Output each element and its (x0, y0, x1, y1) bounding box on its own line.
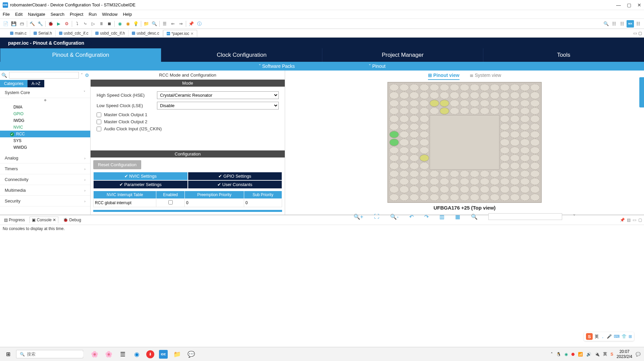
save-all-button[interactable]: 🗃 (18, 20, 25, 28)
task-view-icon[interactable]: ☰ (118, 350, 127, 359)
build-button[interactable]: 🔨 (29, 20, 36, 28)
ime-lang-label[interactable]: 英 (595, 334, 599, 340)
tab-usbd-cdc-if-c[interactable]: usbd_cdc_if.c (56, 30, 92, 37)
tab-usbd-cdc-if-h[interactable]: usbd_cdc_if.h (92, 30, 128, 37)
maximize-button[interactable]: ▢ (627, 2, 631, 8)
lse-select[interactable]: Disable (157, 102, 279, 109)
menu-navigate[interactable]: Navigate (28, 12, 45, 17)
tab-main-c[interactable]: main.c (7, 30, 30, 37)
item-sys[interactable]: SYS (0, 137, 90, 144)
close-tab-icon[interactable]: ✕ (191, 32, 194, 36)
taskbar-app-1[interactable]: 🌸 (90, 350, 99, 359)
item-gpio[interactable]: GPIO (0, 110, 90, 117)
perspective-other-icon[interactable]: ☷ (635, 20, 642, 28)
pinout-search-dropdown[interactable]: ˅ (573, 214, 576, 220)
ext-build-icon[interactable]: ◉ (124, 20, 131, 28)
maximize-editor-icon[interactable]: ▢ (638, 31, 642, 36)
nvic-enable-checkbox[interactable] (168, 200, 173, 205)
perspective-c-icon[interactable]: ☷ (610, 20, 618, 28)
tab-tools[interactable]: Tools (483, 48, 644, 62)
reset-config-button[interactable]: Reset Configuration (93, 160, 141, 169)
external-tool-icon[interactable]: ⚙ (63, 20, 70, 28)
run-icon[interactable]: ▶ (55, 20, 62, 28)
category-search-input[interactable] (9, 72, 79, 79)
pin-icon[interactable]: 📌 (187, 20, 195, 28)
rotate-right-icon[interactable]: ↷ (424, 214, 429, 220)
ime-keyboard-icon[interactable]: ⌨ (614, 334, 620, 339)
taskbar-clock[interactable]: 20:07 2023/2/4 (616, 349, 632, 359)
cfg-tab-gpio[interactable]: ✔ GPIO Settings (188, 172, 282, 180)
a-to-z-tab[interactable]: A->Z (28, 80, 44, 87)
item-iwdg[interactable]: IWDG (0, 117, 90, 124)
fit-icon[interactable]: ⛶ (374, 214, 379, 220)
minimize-button[interactable]: — (616, 2, 621, 8)
tray-volume-icon[interactable]: 🔊 (586, 352, 591, 357)
step-into-icon[interactable]: ⤷ (82, 20, 89, 28)
item-wwdg[interactable]: WWDG (0, 144, 90, 151)
cat-connectivity[interactable]: Connectivity› (0, 174, 90, 185)
tray-up-icon[interactable]: ˄ (551, 352, 553, 357)
menu-window[interactable]: Window (102, 12, 117, 17)
i2s-checkbox[interactable] (97, 127, 101, 131)
new-button[interactable]: 📄 (2, 20, 9, 28)
pinout-view-tab[interactable]: ⊞ Pinout view (428, 73, 460, 80)
chip-pinout[interactable] (387, 82, 542, 203)
ide-taskbar-icon[interactable]: IDE (159, 350, 168, 359)
pause-icon[interactable]: ⏸ (98, 20, 105, 28)
folder-icon[interactable]: 📁 (143, 20, 150, 28)
ime-mic-icon[interactable]: 🎤 (607, 334, 612, 339)
right-sash[interactable] (639, 77, 644, 107)
wechat-icon[interactable]: 💬 (186, 350, 196, 359)
tray-lang-icon[interactable]: 英 (603, 351, 607, 357)
ime-grid-icon[interactable]: ⊞ (629, 334, 632, 339)
ime-toolbar[interactable]: S 英 ， 🎤 ⌨ 👕 ⊞ (584, 332, 634, 341)
zoom-out-icon[interactable]: 🔍- (390, 214, 398, 220)
menu-run[interactable]: Run (89, 12, 97, 17)
edge-icon[interactable]: ◉ (132, 350, 142, 359)
cat-security[interactable]: Security› (0, 196, 90, 207)
item-nvic[interactable]: NVIC (0, 124, 90, 131)
pinout-search-input[interactable] (488, 213, 562, 220)
menu-search[interactable]: Search (51, 12, 64, 17)
ime-person-icon[interactable]: 👕 (622, 334, 627, 339)
close-window-button[interactable]: ✕ (637, 2, 641, 8)
restore-icon[interactable]: ▭ (633, 31, 637, 36)
layers-icon[interactable]: ▥ (439, 214, 444, 220)
cat-multimedia[interactable]: Multimedia› (0, 185, 90, 196)
tab-clock[interactable]: Clock Configuration (161, 48, 322, 62)
ime-comma-icon[interactable]: ， (601, 334, 605, 340)
tray-shield-icon[interactable]: ⬣ (571, 352, 575, 357)
nav-back-icon[interactable]: ⇐ (169, 20, 176, 28)
app-red-icon[interactable]: ⬇ (146, 350, 154, 358)
tray-sogou-icon[interactable]: S (610, 352, 613, 357)
resume-icon[interactable]: ▷ (90, 20, 97, 28)
save-button[interactable]: 💾 (10, 20, 17, 28)
cfg-tab-param[interactable]: ✔ Parameter Settings (93, 180, 188, 189)
perspective-mx-icon[interactable]: MX (627, 20, 634, 28)
scrollbar[interactable] (93, 210, 282, 212)
sogou-icon[interactable]: S (586, 333, 593, 340)
taskbar-search[interactable]: 🔍 (16, 350, 83, 358)
tab-pinout[interactable]: Pinout & Configuration (0, 48, 161, 62)
stop-icon[interactable]: ⏹ (106, 20, 113, 28)
menu-project[interactable]: Project (70, 12, 83, 17)
tray-wifi-icon[interactable]: 📶 (578, 352, 583, 357)
tab-project-manager[interactable]: Project Manager (322, 48, 483, 62)
cat-system-core[interactable]: System Core˅ (0, 87, 90, 98)
search-toolbar-icon[interactable]: 🔍 (151, 20, 158, 28)
hse-select[interactable]: Crystal/Ceramic Resonator (157, 91, 279, 99)
notifications-icon[interactable]: 💬 (636, 352, 641, 357)
cfg-tab-user[interactable]: ✔ User Constants (188, 180, 282, 189)
tray-qq-icon[interactable]: 🐧 (556, 352, 561, 357)
system-view-tab[interactable]: ≣ System view (470, 73, 501, 80)
debug-icon[interactable]: 🐞 (47, 20, 54, 28)
item-rcc[interactable]: RCC (0, 131, 90, 137)
nav-fwd-icon[interactable]: ⇒ (177, 20, 184, 28)
tab-usbd-desc-c[interactable]: usbd_desc.c (128, 30, 163, 37)
tab-paper-ioc[interactable]: MX*paper.ioc✕ (163, 30, 197, 37)
tool-button[interactable]: 🔧 (37, 20, 44, 28)
mco1-checkbox[interactable] (97, 112, 101, 117)
gear-icon[interactable]: ⚙ (85, 73, 89, 78)
grid-icon[interactable]: ▦ (455, 214, 460, 220)
start-button[interactable]: ⊞ (0, 351, 16, 357)
